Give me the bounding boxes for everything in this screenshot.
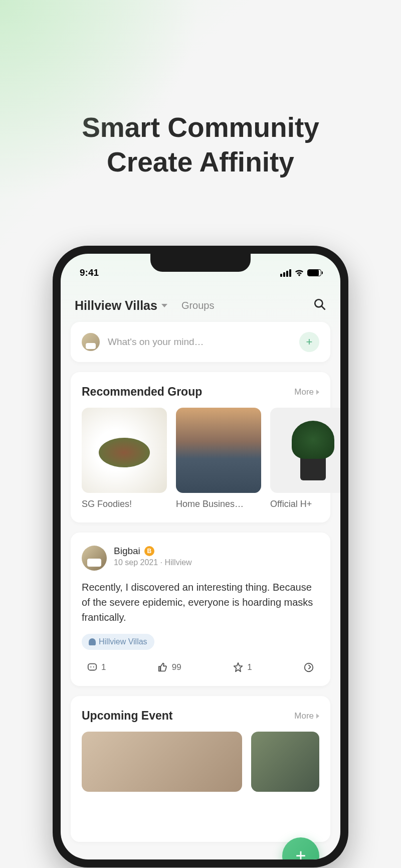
card-header: Upcoming Event More xyxy=(82,709,319,723)
compose-card[interactable]: What's on your mind… + xyxy=(71,322,330,362)
phone-frame: 9:41 Hillview Villas Groups What's on yo… xyxy=(53,246,348,867)
status-icons xyxy=(280,269,321,277)
post-header: Bigbai B 10 sep 2021 · Hillview xyxy=(82,546,319,571)
post-card: Bigbai B 10 sep 2021 · Hillview Recently… xyxy=(71,533,330,686)
share-button[interactable] xyxy=(303,662,314,673)
svg-point-5 xyxy=(305,663,313,672)
phone-screen: 9:41 Hillview Villas Groups What's on yo… xyxy=(61,254,340,859)
compose-add-button[interactable]: + xyxy=(299,332,319,352)
svg-point-4 xyxy=(93,666,94,667)
search-button[interactable] xyxy=(313,298,326,313)
group-name: Official H+ xyxy=(270,499,340,509)
tab-active-label: Hillview Villas xyxy=(75,298,157,313)
comment-button[interactable]: 1 xyxy=(87,662,106,673)
upcoming-event-card: Upcoming Event More xyxy=(71,696,330,842)
plus-icon: + xyxy=(306,335,313,349)
hero-line2: Create Affinity xyxy=(0,145,401,180)
group-image xyxy=(176,408,261,493)
share-icon xyxy=(303,662,314,673)
person-icon xyxy=(89,638,96,645)
tab-groups[interactable]: Groups xyxy=(181,300,215,311)
wifi-icon xyxy=(295,269,304,276)
upcoming-title: Upcoming Event xyxy=(82,709,172,723)
search-icon xyxy=(313,298,326,311)
recommended-group-card: Recommended Group More SG Foodies! Home … xyxy=(71,372,330,523)
signal-icon xyxy=(280,269,291,277)
svg-line-1 xyxy=(321,306,325,309)
group-name: SG Foodies! xyxy=(82,499,167,509)
post-location: Hillview xyxy=(164,558,191,567)
comment-count: 1 xyxy=(101,662,106,672)
chevron-down-icon xyxy=(161,304,167,307)
group-image xyxy=(270,408,340,493)
star-button[interactable]: 1 xyxy=(233,662,252,673)
recommended-more-link[interactable]: More xyxy=(294,387,319,397)
post-tag-label: Hillview Villas xyxy=(99,637,147,646)
avatar[interactable] xyxy=(82,546,107,571)
compose-placeholder: What's on your mind… xyxy=(108,336,291,348)
post-date: 10 sep 2021 xyxy=(114,558,158,567)
post-actions: 1 99 1 xyxy=(82,660,319,673)
notch xyxy=(150,254,251,272)
star-count: 1 xyxy=(247,662,252,672)
event-item[interactable] xyxy=(82,732,242,792)
hero-line1: Smart Community xyxy=(0,110,401,145)
card-header: Recommended Group More xyxy=(82,385,319,399)
event-item[interactable] xyxy=(251,732,319,792)
author-badge-icon: B xyxy=(144,546,154,556)
hero-title: Smart Community Create Affinity xyxy=(0,0,401,180)
chevron-right-icon xyxy=(316,390,319,395)
events-row xyxy=(82,732,319,792)
recommended-title: Recommended Group xyxy=(82,385,202,399)
group-item[interactable]: Official H+ xyxy=(270,408,340,509)
more-label: More xyxy=(294,711,314,721)
star-icon xyxy=(233,662,244,673)
svg-rect-2 xyxy=(88,664,97,670)
more-label: More xyxy=(294,387,314,397)
group-image xyxy=(82,408,167,493)
avatar xyxy=(82,333,100,351)
plus-icon: + xyxy=(295,845,306,859)
tabs-row: Hillview Villas Groups xyxy=(61,283,340,322)
like-button[interactable]: 99 xyxy=(157,662,181,673)
like-count: 99 xyxy=(172,662,181,672)
groups-row: SG Foodies! Home Busines… Official H+ xyxy=(82,408,319,509)
group-item[interactable]: SG Foodies! xyxy=(82,408,167,509)
upcoming-more-link[interactable]: More xyxy=(294,711,319,721)
svg-point-3 xyxy=(90,666,91,667)
post-meta: 10 sep 2021 · Hillview xyxy=(114,558,192,567)
status-time: 9:41 xyxy=(80,267,99,278)
post-author[interactable]: Bigbai xyxy=(114,546,140,557)
post-body: Recently, I discovered an interesting th… xyxy=(82,580,319,625)
battery-icon xyxy=(307,269,321,276)
tab-community-selector[interactable]: Hillview Villas xyxy=(75,298,167,313)
group-name: Home Busines… xyxy=(176,499,261,509)
group-item[interactable]: Home Busines… xyxy=(176,408,261,509)
comment-icon xyxy=(87,662,98,673)
post-tag[interactable]: Hillview Villas xyxy=(82,634,154,650)
chevron-right-icon xyxy=(316,714,319,719)
thumbs-up-icon xyxy=(157,662,168,673)
